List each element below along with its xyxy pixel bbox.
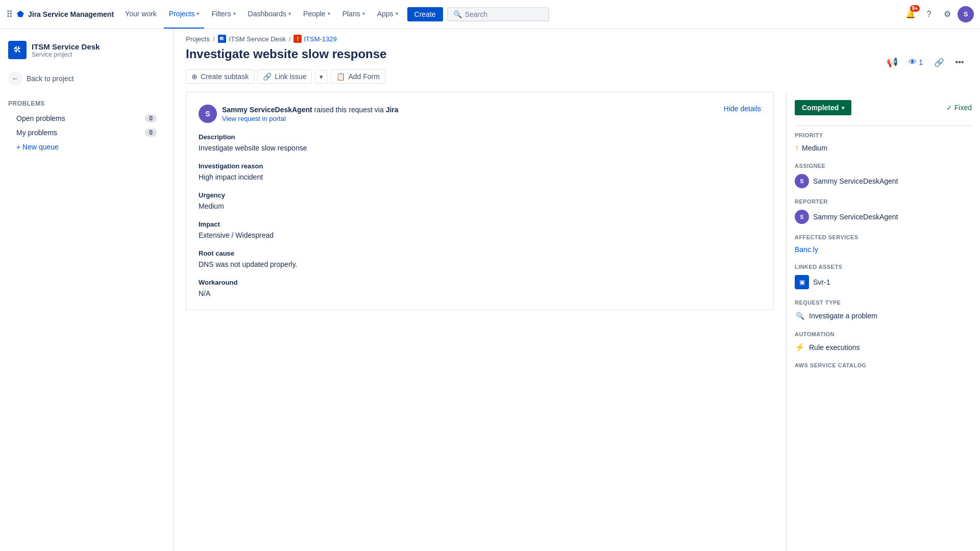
request-type-icon: 🔍 bbox=[795, 311, 805, 321]
status-label: Completed bbox=[802, 104, 839, 112]
linked-asset-name: Svr-1 bbox=[813, 278, 830, 286]
search-box[interactable]: 🔍 bbox=[447, 7, 549, 21]
chevron-down-icon: ▾ bbox=[320, 73, 323, 81]
priority-value: Medium bbox=[802, 144, 827, 152]
impact-section: Impact Extensive / Widespread bbox=[199, 220, 761, 239]
new-queue-button[interactable]: + New queue bbox=[8, 140, 165, 154]
priority-row: ↑ Medium bbox=[795, 143, 972, 153]
nav-your-work-label: Your work bbox=[125, 10, 157, 18]
watch-button[interactable]: 👁 1 bbox=[904, 54, 927, 70]
nav-filters[interactable]: Filters ▾ bbox=[206, 0, 240, 29]
sidebar: 🛠 ITSM Service Desk Service project ← Ba… bbox=[0, 29, 174, 551]
notifications-button[interactable]: 🔔 9+ bbox=[902, 6, 919, 22]
link-issue-button[interactable]: 🔗 Link issue bbox=[257, 69, 312, 84]
project-icon: 🛠 bbox=[8, 41, 27, 59]
help-button[interactable]: ? bbox=[921, 6, 937, 22]
assignee-avatar: S bbox=[795, 174, 809, 188]
eye-icon: 👁 bbox=[909, 58, 917, 67]
nav-apps-label: Apps bbox=[377, 10, 394, 18]
raised-via-text: raised this request via bbox=[314, 106, 386, 114]
add-form-label: Add Form bbox=[348, 72, 379, 81]
linked-assets-section: LINKED ASSETS ▣ Svr-1 bbox=[795, 264, 972, 289]
breadcrumb-projects[interactable]: Projects bbox=[186, 35, 210, 43]
view-portal-link[interactable]: View request in portal bbox=[222, 115, 399, 122]
urgency-label: Urgency bbox=[199, 191, 761, 199]
back-label: Back to project bbox=[27, 74, 74, 83]
nav-dashboards-label: Dashboards bbox=[248, 10, 287, 18]
announce-button[interactable]: 📢 bbox=[884, 54, 900, 70]
investigation-reason-label: Investigation reason bbox=[199, 162, 761, 170]
project-icon-symbol: 🛠 bbox=[13, 45, 21, 55]
requester-avatar: S bbox=[199, 105, 217, 123]
sidebar-item-open-problems[interactable]: Open problems 0 bbox=[8, 111, 165, 126]
nav-plans-label: Plans bbox=[342, 10, 360, 18]
more-options-button[interactable]: ••• bbox=[951, 54, 968, 70]
reporter-name: Sammy ServiceDeskAgent bbox=[813, 213, 898, 221]
aws-section: AWS Service Catalog bbox=[795, 362, 972, 368]
hide-details-link[interactable]: Hide details bbox=[724, 105, 761, 113]
nav-projects-label: Projects bbox=[169, 10, 195, 18]
help-icon: ? bbox=[927, 10, 932, 19]
back-arrow-icon: ← bbox=[8, 71, 22, 86]
requester-text: Sammy ServiceDeskAgent raised this reque… bbox=[222, 106, 399, 114]
breadcrumb-project-icon: 🛠 bbox=[218, 35, 226, 43]
user-avatar[interactable]: S bbox=[958, 6, 974, 22]
form-icon: 📋 bbox=[336, 72, 345, 81]
priority-section: Priority ↑ Medium bbox=[795, 132, 972, 153]
breadcrumb-issue-id[interactable]: ITSM-1329 bbox=[304, 35, 336, 43]
requester-details: Sammy ServiceDeskAgent raised this reque… bbox=[222, 106, 399, 122]
urgency-section: Urgency Medium bbox=[199, 191, 761, 210]
project-name: ITSM Service Desk bbox=[32, 42, 100, 51]
create-button[interactable]: Create bbox=[407, 7, 443, 21]
more-icon: ••• bbox=[955, 58, 964, 67]
search-input[interactable] bbox=[465, 10, 543, 18]
status-button[interactable]: Completed ▾ bbox=[795, 100, 851, 115]
affected-services-link[interactable]: Banc.ly bbox=[795, 245, 818, 254]
right-panel: Completed ▾ ✓ Fixed Priority ↑ Medium bbox=[786, 92, 980, 551]
nav-your-work[interactable]: Your work bbox=[120, 0, 162, 29]
root-cause-label: Root cause bbox=[199, 249, 761, 257]
open-problems-count: 0 bbox=[145, 114, 157, 122]
settings-button[interactable]: ⚙ bbox=[939, 6, 955, 22]
breadcrumb-project[interactable]: ITSM Service Desk bbox=[229, 35, 286, 43]
lightning-icon: ⚡ bbox=[795, 342, 805, 352]
description-label: Description bbox=[199, 133, 761, 141]
back-to-project-button[interactable]: ← Back to project bbox=[0, 67, 173, 90]
issue-detail-card: S Sammy ServiceDeskAgent raised this req… bbox=[186, 92, 774, 310]
status-row: Completed ▾ ✓ Fixed bbox=[795, 100, 972, 115]
request-type-label: Request Type bbox=[795, 299, 972, 306]
chevron-down-icon: ▾ bbox=[197, 11, 199, 16]
check-icon: ✓ bbox=[946, 104, 952, 112]
nav-right-actions: 🔔 9+ ? ⚙ S bbox=[902, 6, 974, 22]
automation-section: Automation ⚡ Rule executions bbox=[795, 331, 972, 352]
share-button[interactable]: 🔗 bbox=[931, 54, 947, 70]
more-actions-dropdown[interactable]: ▾ bbox=[315, 70, 328, 84]
notification-badge: 9+ bbox=[910, 5, 920, 12]
nav-plans[interactable]: Plans ▾ bbox=[337, 0, 370, 29]
description-value: Investigate website slow response bbox=[199, 144, 761, 152]
share-icon: 🔗 bbox=[934, 58, 944, 67]
breadcrumb-sep-2: / bbox=[289, 35, 291, 43]
search-icon: 🔍 bbox=[453, 10, 462, 18]
chevron-down-icon: ▾ bbox=[328, 11, 330, 16]
assignee-label: Assignee bbox=[795, 163, 972, 169]
affected-services-label: Affected services bbox=[795, 234, 972, 240]
nav-projects[interactable]: Projects ▾ bbox=[164, 0, 205, 29]
sidebar-item-my-problems[interactable]: My problems 0 bbox=[8, 126, 165, 140]
fixed-badge: ✓ Fixed bbox=[946, 104, 972, 112]
subtask-icon: ⊕ bbox=[191, 72, 198, 81]
add-form-button[interactable]: 📋 Add Form bbox=[331, 69, 385, 84]
nav-people[interactable]: People ▾ bbox=[298, 0, 335, 29]
workaround-label: Workaround bbox=[199, 279, 761, 286]
nav-apps[interactable]: Apps ▾ bbox=[372, 0, 403, 29]
assignee-row: S Sammy ServiceDeskAgent bbox=[795, 174, 972, 188]
logo[interactable]: ⠿ ⬟ Jira Service Management bbox=[6, 9, 114, 20]
jira-icon: ⬟ bbox=[17, 9, 24, 19]
investigation-reason-section: Investigation reason High impact inciden… bbox=[199, 162, 761, 181]
create-subtask-button[interactable]: ⊕ Create subtask bbox=[186, 69, 254, 84]
avatar-initials: S bbox=[964, 10, 968, 18]
content-area: S Sammy ServiceDeskAgent raised this req… bbox=[174, 92, 980, 551]
nav-dashboards[interactable]: Dashboards ▾ bbox=[243, 0, 297, 29]
top-navigation: ⠿ ⬟ Jira Service Management Your work Pr… bbox=[0, 0, 980, 29]
request-type-row: 🔍 Investigate a problem bbox=[795, 311, 972, 321]
